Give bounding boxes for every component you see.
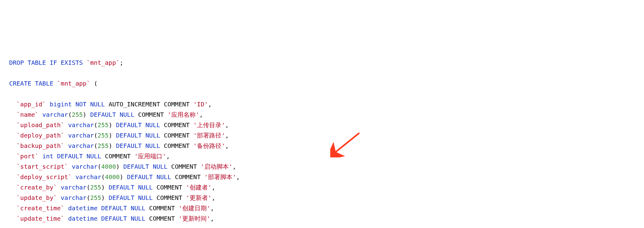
column-name: `create_by` <box>17 184 57 191</box>
column-constraint: DEFAULT NULL <box>116 121 160 129</box>
sql-column-line: `upload_path` varchar(255) DEFAULT NULL … <box>9 120 635 130</box>
sql-column-line: `start_script` varchar(4000) DEFAULT NUL… <box>9 161 635 172</box>
column-comment-string: '创建日期' <box>179 204 210 212</box>
open-paren: ( <box>90 80 98 87</box>
column-extra: COMMENT <box>171 163 201 170</box>
column-name: `deploy_script` <box>17 173 72 181</box>
comma: , <box>210 215 214 222</box>
column-name: `upload_path` <box>17 121 65 129</box>
column-name: `start_script` <box>17 163 68 170</box>
column-size: 4000 <box>101 163 116 170</box>
column-type: varchar <box>68 142 94 149</box>
column-comment-string: '备份路径' <box>193 142 225 149</box>
column-type: varchar <box>76 173 101 181</box>
column-name: `create_time` <box>17 204 65 212</box>
comma: , <box>232 163 236 170</box>
sql-column-line: `create_time` datetime DEFAULT NULL COMM… <box>9 203 635 213</box>
comma: , <box>210 204 214 212</box>
comma: , <box>225 121 229 129</box>
column-name: `app_id` <box>17 101 46 108</box>
column-name: `update_time` <box>17 215 65 222</box>
column-constraint: DEFAULT NULL <box>109 194 153 201</box>
column-constraint: DEFAULT NULL <box>57 153 102 160</box>
sql-line-create: CREATE TABLE `mnt_app` ( <box>9 78 635 89</box>
column-name: `port` <box>17 153 39 160</box>
column-size: 255 <box>90 184 101 191</box>
column-comment-string: '创建者' <box>186 184 212 191</box>
columns-container: `app_id` bigint NOT NULL AUTO_INCREMENT … <box>9 99 635 224</box>
column-comment-string: '应用名称' <box>168 111 199 118</box>
table-name: `mnt_app` <box>87 59 120 66</box>
column-size: 255 <box>72 111 83 118</box>
column-extra: COMMENT <box>164 121 193 129</box>
sql-column-line: `create_by` varchar(255) DEFAULT NULL CO… <box>9 182 635 193</box>
column-comment-string: '更新时间' <box>179 215 210 222</box>
comma: , <box>208 101 212 108</box>
column-constraint: DEFAULT NULL <box>109 184 153 191</box>
keyword: DROP TABLE IF EXISTS <box>9 59 83 66</box>
column-type: varchar <box>42 111 68 118</box>
column-constraint: DEFAULT NULL <box>90 111 135 118</box>
column-constraint: DEFAULT NULL <box>116 142 160 149</box>
comma: , <box>212 184 215 191</box>
column-type: int <box>42 153 53 160</box>
column-size: 255 <box>98 121 109 129</box>
sql-column-line: `port` int DEFAULT NULL COMMENT '应用端口', <box>9 151 635 161</box>
column-extra: COMMENT <box>157 194 186 201</box>
column-constraint: DEFAULT NULL <box>127 173 171 181</box>
column-constraint: DEFAULT NULL <box>116 132 160 139</box>
column-size: 255 <box>98 132 109 139</box>
column-extra: COMMENT <box>164 132 193 139</box>
sql-column-line: `deploy_script` varchar(4000) DEFAULT NU… <box>9 172 635 182</box>
sql-line-drop: DROP TABLE IF EXISTS `mnt_app`; <box>9 57 635 68</box>
comma: , <box>199 111 203 118</box>
column-name: `update_by` <box>17 194 57 201</box>
column-comment-string: '应用端口' <box>134 153 166 160</box>
column-name: `deploy_path` <box>17 132 65 139</box>
column-comment-string: '启动脚本' <box>201 163 232 170</box>
column-type: varchar <box>68 132 94 139</box>
column-extra: COMMENT <box>175 173 204 181</box>
sql-column-line: `deploy_path` varchar(255) DEFAULT NULL … <box>9 130 635 141</box>
comma: , <box>236 173 240 181</box>
column-extra: COMMENT <box>149 204 179 212</box>
column-name: `backup_path` <box>17 142 65 149</box>
column-extra: COMMENT <box>149 215 179 222</box>
column-type: varchar <box>61 194 87 201</box>
column-extra: COMMENT <box>138 111 167 118</box>
column-comment-string: '更新者' <box>186 194 212 201</box>
comma: , <box>212 194 215 201</box>
sql-column-line: `backup_path` varchar(255) DEFAULT NULL … <box>9 141 635 151</box>
column-comment-string: '部署脚本' <box>204 173 236 181</box>
column-size: 255 <box>90 194 101 201</box>
table-name: `mnt_app` <box>57 80 90 87</box>
column-comment-string: 'ID' <box>193 101 208 108</box>
column-comment-string: '上传目录' <box>193 121 225 129</box>
column-type: datetime <box>68 204 98 212</box>
column-extra: COMMENT <box>105 153 134 160</box>
column-type: varchar <box>61 184 87 191</box>
column-constraint: NOT NULL <box>76 101 105 108</box>
comma: , <box>166 153 170 160</box>
comma: , <box>225 132 229 139</box>
column-type: varchar <box>68 121 94 129</box>
column-extra: AUTO_INCREMENT COMMENT <box>109 101 193 108</box>
column-name: `name` <box>17 111 39 118</box>
column-type: varchar <box>72 163 98 170</box>
column-type: datetime <box>68 215 98 222</box>
column-size: 4000 <box>105 173 120 181</box>
column-constraint: DEFAULT NULL <box>101 204 146 212</box>
column-comment-string: '部署路径' <box>193 132 225 139</box>
sql-column-line: `app_id` bigint NOT NULL AUTO_INCREMENT … <box>9 99 635 109</box>
column-extra: COMMENT <box>164 142 193 149</box>
column-constraint: DEFAULT NULL <box>101 215 146 222</box>
sql-column-line: `update_by` varchar(255) DEFAULT NULL CO… <box>9 193 635 203</box>
column-constraint: DEFAULT NULL <box>123 163 168 170</box>
keyword: CREATE TABLE <box>9 80 54 87</box>
sql-column-line: `update_time` datetime DEFAULT NULL COMM… <box>9 213 635 224</box>
semicolon: ; <box>120 59 123 66</box>
column-size: 255 <box>98 142 109 149</box>
column-type: bigint <box>50 101 72 108</box>
comma: , <box>225 142 229 149</box>
column-extra: COMMENT <box>157 184 186 191</box>
